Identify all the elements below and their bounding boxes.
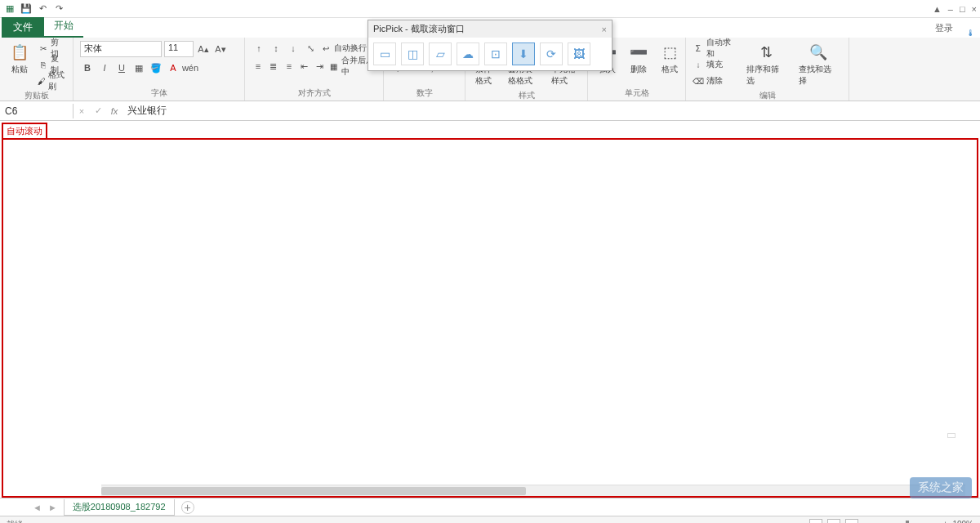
pp-region-icon[interactable]: ◫ xyxy=(401,42,424,65)
page-break-view-icon[interactable] xyxy=(845,519,858,524)
shrink-font-icon[interactable]: A▾ xyxy=(213,42,228,56)
pp-cloud-icon[interactable]: ☁ xyxy=(457,42,479,65)
login-link[interactable]: 登录 xyxy=(927,19,961,38)
format-painter-button[interactable]: 🖌格式刷 xyxy=(38,74,66,88)
sort-filter-button[interactable]: ⇅排序和筛选 xyxy=(743,41,790,88)
add-sheet-icon[interactable]: + xyxy=(181,501,194,514)
close-icon[interactable]: × xyxy=(972,4,977,14)
picpick-title: PicPick - 截取滚动窗口 xyxy=(373,23,465,35)
font-color-icon[interactable]: A xyxy=(166,60,180,75)
font-name-select[interactable]: 宋体 xyxy=(80,41,162,57)
sheet-nav-first-icon[interactable]: ◄ xyxy=(33,503,42,512)
delete-cells-button[interactable]: ➖删除 xyxy=(626,41,652,77)
italic-icon[interactable]: I xyxy=(97,60,112,75)
redo-icon[interactable]: ↷ xyxy=(52,2,65,16)
pp-image-icon[interactable]: 🖼 xyxy=(568,42,590,65)
auto-scroll-label: 自动滚动 xyxy=(2,123,47,138)
align-bottom-icon[interactable]: ↓ xyxy=(286,41,301,56)
sheet-tab[interactable]: 选股20180908_182792 xyxy=(64,499,175,516)
cancel-formula-icon[interactable]: × xyxy=(74,106,90,116)
minimize-icon[interactable]: – xyxy=(948,4,953,14)
fill-color-icon[interactable]: 🪣 xyxy=(149,60,163,75)
phonetic-icon[interactable]: wén xyxy=(183,60,198,75)
align-middle-icon[interactable]: ↕ xyxy=(269,41,283,56)
page-layout-view-icon[interactable] xyxy=(827,519,840,524)
status-text: 就绪 xyxy=(7,519,23,524)
orientation-icon[interactable]: ⤡ xyxy=(303,41,318,56)
watermark: 系统之家 xyxy=(910,477,972,498)
undo-icon[interactable]: ↶ xyxy=(36,2,49,16)
clipboard-group-label: 剪贴板 xyxy=(7,90,66,101)
align-top-icon[interactable]: ↑ xyxy=(252,41,266,56)
cells-group-label: 单元格 xyxy=(595,87,679,99)
zoom-out-icon[interactable]: – xyxy=(863,520,868,523)
ribbon-tab-0[interactable]: 开始 xyxy=(44,16,83,38)
pp-scroll-icon[interactable]: ⬇ xyxy=(512,42,535,65)
paste-button[interactable]: 📋粘贴 xyxy=(7,41,33,77)
clear-button[interactable]: ⌫清除 xyxy=(693,74,738,88)
pp-capture-icon[interactable]: ▭ xyxy=(373,42,396,65)
bold-icon[interactable]: B xyxy=(80,60,95,75)
zoom-in-icon[interactable]: + xyxy=(943,520,948,523)
grow-font-icon[interactable]: A▴ xyxy=(196,42,211,56)
underline-icon[interactable]: U xyxy=(114,60,129,75)
find-select-button[interactable]: 🔍查找和选择 xyxy=(795,41,842,88)
name-box[interactable]: C6 xyxy=(0,104,74,118)
autosum-button[interactable]: Σ自动求和 xyxy=(693,41,738,56)
accept-formula-icon[interactable]: ✓ xyxy=(90,105,106,116)
styles-group-label: 样式 xyxy=(472,90,581,101)
format-cells-button[interactable]: ⬚格式 xyxy=(657,41,683,77)
fx-icon[interactable]: fx xyxy=(106,106,122,116)
sheet-nav-last-icon[interactable]: ► xyxy=(48,503,57,512)
zoom-level[interactable]: 100% xyxy=(952,520,973,523)
maximize-icon[interactable]: □ xyxy=(960,4,965,14)
pp-refresh-icon[interactable]: ⟳ xyxy=(540,42,563,65)
font-size-select[interactable]: 11 xyxy=(164,41,194,57)
outdent-icon[interactable]: ⇤ xyxy=(298,59,311,74)
excel-icon: ▦ xyxy=(3,2,16,16)
ribbon-collapse-icon[interactable]: ▲ xyxy=(933,4,942,14)
fill-button[interactable]: ↓填充 xyxy=(693,57,738,72)
pp-freeform-icon[interactable]: ▱ xyxy=(429,42,452,65)
editing-group-label: 编辑 xyxy=(693,90,842,101)
normal-view-icon[interactable] xyxy=(809,519,822,524)
indent-icon[interactable]: ⇥ xyxy=(314,59,327,74)
picpick-window: PicPick - 截取滚动窗口 × ▭ ◫ ▱ ☁ ⊡ ⬇ ⟳ 🖼 xyxy=(368,20,612,71)
align-center-icon[interactable]: ≣ xyxy=(267,59,280,74)
pp-window-icon[interactable]: ⊡ xyxy=(484,42,507,65)
wrap-text-button[interactable]: ↩自动换行 xyxy=(320,41,367,56)
number-group-label: 数字 xyxy=(390,87,458,99)
font-group-label: 字体 xyxy=(80,87,238,99)
file-tab[interactable]: 文件 xyxy=(2,17,44,38)
thermometer-icon: 🌡 xyxy=(966,28,975,38)
align-left-icon[interactable]: ≡ xyxy=(252,59,265,74)
save-icon[interactable]: 💾 xyxy=(20,2,33,16)
ime-toolbar[interactable] xyxy=(947,433,956,438)
formula-bar[interactable]: 兴业银行 xyxy=(122,102,980,119)
picpick-close-icon[interactable]: × xyxy=(602,25,607,34)
align-group-label: 对齐方式 xyxy=(252,87,376,99)
border-icon[interactable]: ▦ xyxy=(131,60,146,75)
align-right-icon[interactable]: ≡ xyxy=(283,59,296,74)
horizontal-scrollbar[interactable] xyxy=(101,485,965,496)
